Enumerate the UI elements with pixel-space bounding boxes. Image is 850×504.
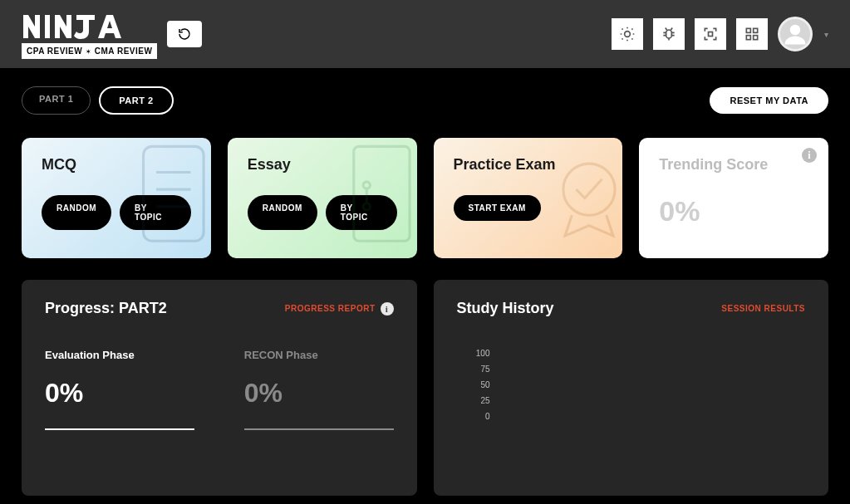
reset-data-button[interactable]: RESET MY DATA [710,87,828,114]
svg-point-14 [363,182,370,188]
ytick: 25 [457,396,490,405]
sun-icon [619,26,636,42]
user-avatar[interactable] [778,17,813,51]
progress-phases: Evaluation Phase 0% RECON Phase 0% [45,349,394,430]
top-controls: PART 1 PART 2 RESET MY DATA [22,86,828,115]
mcq-random-button[interactable]: RANDOM [42,195,111,230]
tab-part1[interactable]: PART 1 [22,86,91,115]
grid-button[interactable] [736,18,768,50]
brand-review1: CPA REVIEW [27,46,82,56]
ytick: 50 [457,380,490,389]
phase-recon: RECON Phase 0% [244,349,394,430]
svg-rect-6 [746,36,750,40]
trending-title: Trending Score [659,156,808,174]
phase-bar [45,428,194,430]
ninja-logo-svg [22,10,146,40]
svg-point-16 [563,164,615,215]
phase-evaluation: Evaluation Phase 0% [45,349,194,430]
brand-subtitle: CPA REVIEW ✶ CMA REVIEW [22,43,157,59]
trending-value: 0% [659,195,808,228]
svg-rect-4 [746,28,750,32]
session-results-link[interactable]: SESSION RESULTS [721,304,805,313]
history-title: Study History [457,300,554,317]
svg-rect-3 [709,32,713,37]
ytick: 75 [457,365,490,374]
chart-y-axis: 100 75 50 25 0 [457,349,490,421]
tab-part2[interactable]: PART 2 [99,86,173,115]
bug-button[interactable] [653,18,685,50]
session-results-label: SESSION RESULTS [721,304,805,313]
bug-icon [661,26,677,42]
exam-deco-icon [539,138,622,258]
essay-random-button[interactable]: RANDOM [248,195,317,230]
person-icon [783,22,808,46]
practice-exam-card: Practice Exam START EXAM [434,138,623,258]
brand-logo: CPA REVIEW ✶ CMA REVIEW [22,10,157,59]
svg-rect-7 [754,36,758,40]
essay-deco-icon [334,138,417,258]
brand-review2: CMA REVIEW [95,46,153,56]
ytick: 100 [457,349,490,358]
info-icon: i [381,302,394,316]
start-exam-button[interactable]: START EXAM [454,195,541,221]
phase-bar [244,428,394,430]
scan-icon [702,26,719,42]
svg-point-8 [790,25,801,36]
phase-value: 0% [45,378,194,409]
essay-card: Essay RANDOM BY TOPIC [228,138,417,258]
svg-rect-0 [45,15,50,38]
header-actions: ▾ [612,17,828,51]
ytick: 0 [457,412,490,421]
mcq-deco-icon [128,138,211,258]
scan-button[interactable] [695,18,726,50]
phase-value: 0% [244,378,394,409]
theme-toggle-button[interactable] [612,18,643,50]
phase-title: Evaluation Phase [45,349,194,361]
svg-rect-13 [353,146,409,241]
bottom-panels: Progress: PART2 PROGRESS REPORT i Evalua… [22,280,828,496]
svg-rect-2 [666,30,672,38]
svg-point-1 [625,32,631,37]
grid-icon [744,26,760,42]
refresh-button[interactable] [167,21,202,47]
svg-rect-5 [754,28,758,32]
progress-report-label: PROGRESS REPORT [285,304,376,313]
brand-separator-icon: ✶ [86,46,91,56]
trending-score-card: i Trending Score 0% [639,138,828,258]
refresh-icon [177,27,192,42]
app-header: CPA REVIEW ✶ CMA REVIEW ▾ [0,0,850,68]
part-tabs: PART 1 PART 2 [22,86,174,115]
progress-report-link[interactable]: PROGRESS REPORT i [285,302,394,316]
mcq-card: MCQ RANDOM BY TOPIC [22,138,211,258]
svg-rect-9 [143,146,204,241]
progress-title: Progress: PART2 [45,300,167,317]
main-content: PART 1 PART 2 RESET MY DATA MCQ RANDOM B… [0,68,850,504]
history-panel: Study History SESSION RESULTS 100 75 50 … [434,280,829,496]
phase-title: RECON Phase [244,349,394,361]
info-icon[interactable]: i [802,148,817,163]
study-cards: MCQ RANDOM BY TOPIC Essay RANDOM BY TOPI… [22,138,828,258]
progress-panel: Progress: PART2 PROGRESS REPORT i Evalua… [22,280,417,496]
chevron-down-icon[interactable]: ▾ [824,30,828,39]
svg-point-15 [363,203,370,210]
